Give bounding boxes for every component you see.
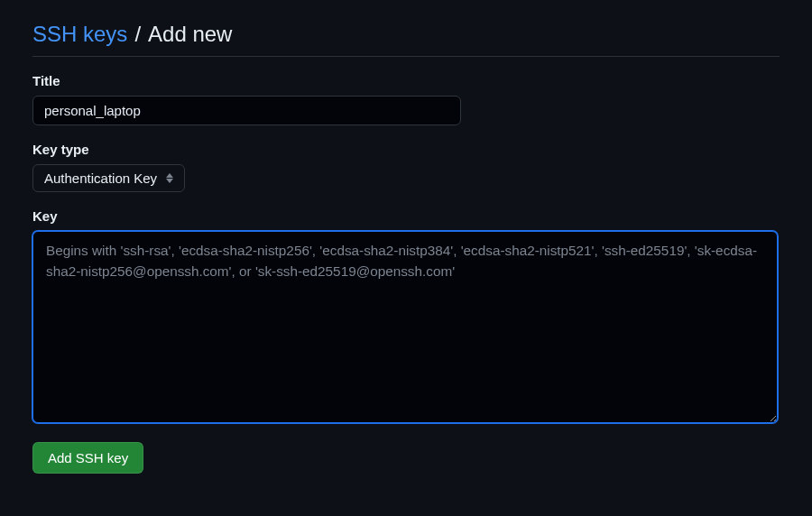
key-type-label: Key type: [32, 142, 780, 157]
add-ssh-key-button[interactable]: Add SSH key: [32, 442, 143, 474]
updown-icon: [166, 173, 173, 183]
title-field-group: Title: [32, 73, 780, 125]
title-input[interactable]: [32, 96, 461, 125]
key-textarea[interactable]: [32, 231, 778, 423]
page-title: Add new: [148, 22, 232, 47]
ssh-keys-link[interactable]: SSH keys: [32, 22, 127, 47]
key-type-selected-value: Authentication Key: [44, 170, 157, 186]
key-label: Key: [32, 208, 780, 224]
key-field-group: Key: [32, 208, 780, 426]
title-label: Title: [32, 73, 780, 88]
breadcrumb: SSH keys / Add new: [32, 22, 780, 57]
breadcrumb-separator: /: [134, 22, 141, 47]
key-type-field-group: Key type Authentication Key: [32, 142, 780, 192]
key-type-select[interactable]: Authentication Key: [32, 164, 185, 192]
